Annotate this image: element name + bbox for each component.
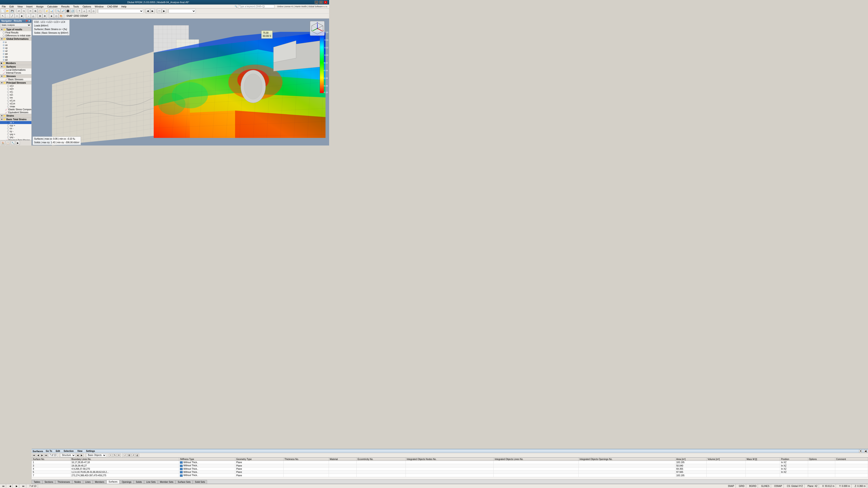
tb-save[interactable]: 💾 [10,9,14,13]
menu-file[interactable]: File [0,5,8,8]
nav-sigma2plus[interactable]: σ2+ [0,88,31,90]
tb-new[interactable]: 📄 [0,9,5,13]
nav-elastic-stress[interactable]: 📈 Elastic Stress Components [0,108,31,111]
nav-btn-1[interactable]: 🏠 [1,141,5,145]
nav-strains[interactable]: ▼ 📁 Strains [0,114,31,118]
license-info: Online License #1 | Martin Motlík | Dlub… [277,5,328,8]
tb-color-contour[interactable]: 🎨 [59,14,63,18]
tb-rotate[interactable]: 🔄 [70,9,75,13]
tb-zoom-all[interactable]: ⬛ [66,9,70,13]
view-combo[interactable]: 1 - Global XYZ [168,9,196,13]
menu-window[interactable]: Window [93,5,105,8]
menu-results[interactable]: Results [59,5,71,8]
tb-surface[interactable]: □ [15,14,19,18]
tb-view-front[interactable]: ⊥ [82,9,86,13]
nav-basic-stresses[interactable]: 📈 Basic Stresses [0,78,31,81]
nav-type-of-results[interactable]: ▼ 📁 Type of results [0,28,31,31]
nav-final-results[interactable]: Final Results [0,31,31,34]
nav-uz[interactable]: ⊙ uz [0,50,31,53]
tb-view-3d[interactable]: ◇ [91,9,96,13]
tb-deform[interactable]: 〰 [157,9,162,13]
nav-uy[interactable]: ⊙ uy [0,46,31,50]
menu-calculate[interactable]: Calculate [45,5,59,8]
nav-sigma2m[interactable]: σ2,m [0,102,31,105]
analysis-type-combo[interactable]: Static Analysis [0,23,31,27]
menu-edit[interactable]: Edit [8,5,16,8]
nav-btn-2[interactable]: 📋 [6,141,10,145]
close-button[interactable]: ✕ [324,1,327,4]
load-case-combo[interactable]: CO2 - LC1 + LC2 + LC3 + LC4 [98,9,143,13]
tb-select[interactable]: ↖ [0,14,5,18]
nav-sigma1plus[interactable]: σ1+ [0,85,31,88]
tb-node[interactable]: · [5,14,10,18]
tb-paste[interactable]: 📋 [38,9,42,13]
nav-gamma-plus[interactable]: γxy + [0,133,31,136]
menu-options[interactable]: Options [81,5,93,8]
tb-open[interactable]: 📂 [5,9,10,13]
nav-phix[interactable]: ⊙ φx [0,53,31,55]
nav-epsx-plus[interactable]: εx + [0,121,31,124]
nav-taumax[interactable]: τmax [0,105,31,108]
menu-bar: File Edit View Insert Assign Calculate R… [0,4,329,8]
menu-help[interactable]: Help [120,5,128,8]
tb-view-top[interactable]: ⊤ [77,9,82,13]
view-area[interactable]: CO2 - LC1 + LC2 + LC3 + LC4 Loads [kN/m²… [32,19,329,145]
tb-wireframe[interactable]: ◻ [54,14,59,18]
tb-line[interactable]: ╱ [10,14,14,18]
nav-sigma1m[interactable]: σ1,m [0,99,31,102]
3d-visualization[interactable]: 0.06 0.04 0.02 0.00 -0.02 -0.04 -0.06 -0… [32,19,329,145]
tb-load[interactable]: ↓ [26,14,31,18]
nav-epsyy-plus[interactable]: εyy + [0,124,31,127]
tb-cut[interactable]: ✂ [28,9,33,13]
tb-view-side[interactable]: ⊣ [87,9,91,13]
menu-tools[interactable]: Tools [71,5,81,8]
nav-members[interactable]: ▶ 📁 Members [0,61,31,65]
menu-insert[interactable]: Insert [24,5,34,8]
navigator-close[interactable]: ✕ [28,20,30,22]
nav-sigma1minus[interactable]: σ1- [0,90,31,93]
tb-snap[interactable]: ⊕ [42,14,47,18]
tb-results[interactable]: 📊 [49,9,54,13]
tb-undo[interactable]: ↩ [17,9,21,13]
nav-basic-total-strains[interactable]: ▼ 📁 Basic Total Strains [0,118,31,121]
nav-ux[interactable]: ⊙ ux [0,43,31,46]
tb-support[interactable]: △ [31,14,35,18]
nav-stresses[interactable]: ▼ 📁 Stresses [0,74,31,78]
nav-local-deformations[interactable]: 📈 Local Deformations [0,68,31,71]
tb-render[interactable]: ◈ [49,14,54,18]
menu-assign[interactable]: Assign [34,5,45,8]
nav-taum[interactable]: τm [0,96,31,99]
nav-sigma2minus[interactable]: σ2- [0,93,31,96]
nav-u[interactable]: ⊙ u [0,41,31,43]
navigator-pin[interactable]: 📌 [25,20,28,22]
nav-epsy-minus[interactable]: εy - [0,130,31,133]
menu-cad-bim[interactable]: CAD-BIM [105,5,119,8]
tb-next-lc[interactable]: ▶ [150,9,155,13]
tb-animate[interactable]: ▶ [162,9,166,13]
maximize-button[interactable]: □ [319,1,323,4]
tb-grid[interactable]: ⊞ [38,14,42,18]
search-input[interactable] [238,5,274,8]
summary-line-1: Surfaces | max εx: 0.06 | min εx: -0.10 … [34,137,79,141]
nav-differences[interactable]: Differences to initial state [0,34,31,37]
nav-btn-4[interactable]: ▶ [16,141,20,145]
nav-internal-forces[interactable]: 📈 Internal Forces [0,71,31,74]
tb-copy[interactable]: ⧉ [33,9,37,13]
nav-epsx-minus[interactable]: εx - [0,127,31,130]
minimize-button[interactable]: _ [315,1,318,4]
tb-solid[interactable]: ■ [20,14,24,18]
tb-redo[interactable]: ↪ [22,9,26,13]
tb-zoom-out[interactable]: 🔎 [61,9,65,13]
nav-principal-stresses[interactable]: ▼ 📁 Principal Stresses [0,81,31,85]
nav-gamma-minus[interactable]: γxy - [0,136,31,139]
nav-global-deformations[interactable]: ▼ 📁 Global Deformations [0,37,31,41]
nav-surfaces[interactable]: ▼ 📁 Surfaces [0,65,31,68]
menu-view[interactable]: View [16,5,25,8]
tb-zoom-in[interactable]: 🔍 [56,9,61,13]
tb-prev-lc[interactable]: ◀ [146,9,150,13]
tb-calc[interactable]: ⚡ [44,9,49,13]
nav-equiv-stress[interactable]: 📈 Equivalent Stresses [0,111,31,114]
nav-btn-3[interactable]: 🔧 [11,141,15,145]
nav-phiz[interactable]: ⊙ φz [0,58,31,61]
nav-phiy[interactable]: ⊙ φy [0,55,31,58]
